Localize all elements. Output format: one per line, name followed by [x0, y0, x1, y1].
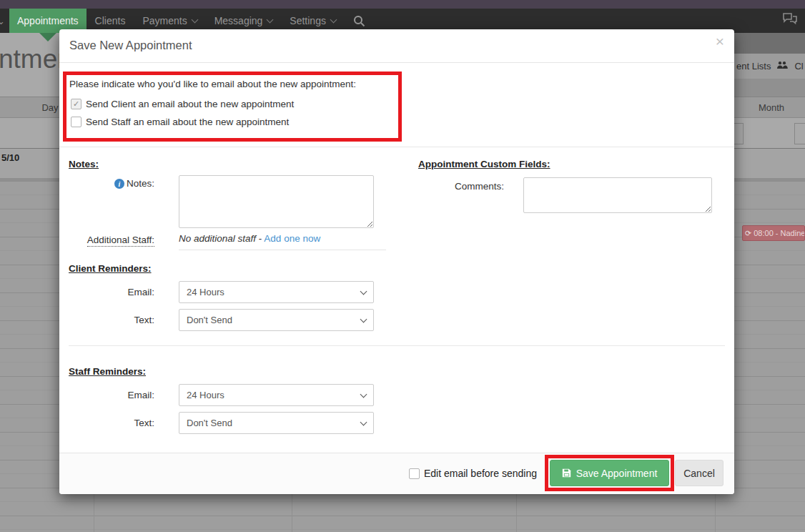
staff-text-reminder-select[interactable]: Don't Send — [179, 412, 374, 434]
background-toolbar: ent Lists Cl — [734, 54, 805, 79]
section-divider — [59, 147, 734, 147]
staff-email-reminder-select[interactable]: 24 Hours — [179, 384, 374, 406]
additional-staff-label: Additional Staff: — [59, 235, 154, 245]
toolbar-text-fragment: ent Lists — [736, 61, 771, 72]
chevron-down-icon: ⌄ — [0, 16, 7, 26]
nav-item-label: Settings — [290, 15, 326, 26]
toolbar-text-fragment-2: Cl — [794, 61, 803, 72]
appointment-chip: ⟳ 08:00 - Nadine — [742, 225, 805, 241]
staff-text-label: Text: — [59, 418, 154, 428]
appointment-chip-label: 08:00 - Nadine — [754, 229, 805, 237]
edit-email-label: Edit email before sending — [424, 468, 537, 479]
tab-month: Month — [738, 97, 805, 117]
background-band — [734, 33, 805, 54]
send-staff-email-label: Send Staff an email about the new appoin… — [86, 117, 289, 127]
chevron-down-icon — [360, 418, 367, 425]
custom-fields-heading: Appointment Custom Fields: — [418, 159, 550, 169]
active-tab-pointer — [39, 33, 56, 41]
caret-down-icon — [267, 16, 274, 23]
caret-down-icon — [330, 16, 337, 23]
close-icon[interactable]: × — [716, 34, 724, 49]
save-appointment-button[interactable]: Save Appointment — [550, 460, 669, 486]
section-divider — [69, 345, 725, 346]
top-strip — [0, 0, 805, 9]
add-one-now-link[interactable]: Add one now — [264, 233, 320, 244]
client-email-label: Email: — [59, 287, 154, 297]
people-icon — [776, 61, 789, 72]
send-client-email-checkbox[interactable]: ✓ — [71, 99, 82, 109]
floppy-disk-icon — [562, 468, 571, 478]
background-band-2 — [734, 79, 805, 97]
chat-icon[interactable] — [782, 12, 798, 29]
email-prompt-heading: Please indicate who you'd like to email … — [69, 79, 356, 89]
select-value: 24 Hours — [187, 390, 224, 400]
comments-label: Comments: — [395, 181, 504, 192]
modal-title: Save New Appointment — [69, 39, 192, 52]
select-value: Don't Send — [187, 315, 232, 325]
app-window: ntments ent Lists Cl Day Month 5/10 ⟳ 08… — [0, 0, 805, 532]
recurring-icon: ⟳ — [745, 229, 751, 238]
chevron-down-icon — [360, 390, 367, 398]
send-staff-email-checkbox[interactable] — [71, 117, 82, 127]
date-label: 5/10 — [1, 152, 19, 163]
select-value: 24 Hours — [187, 287, 224, 297]
modal-header: Save New Appointment × — [59, 29, 734, 63]
staff-email-label: Email: — [59, 390, 154, 400]
client-text-reminder-select[interactable]: Don't Send — [179, 309, 374, 331]
separator: - — [259, 233, 262, 244]
send-client-email-label: Send Client an email about the new appoi… — [86, 99, 294, 109]
client-reminders-heading: Client Reminders: — [69, 263, 152, 274]
background-input-box-2 — [794, 123, 805, 144]
nav-item-label: Messaging — [214, 15, 263, 26]
select-value: Don't Send — [187, 418, 232, 428]
cancel-button[interactable]: Cancel — [675, 460, 723, 486]
caret-down-icon — [191, 16, 198, 23]
additional-staff-row: No additional staff - Add one now — [179, 233, 386, 250]
send-staff-email-option: Send Staff an email about the new appoin… — [71, 117, 289, 127]
nav-item-label: Payments — [142, 15, 187, 26]
save-button-label: Save Appointment — [576, 468, 658, 479]
notes-label: Notes: — [59, 178, 154, 189]
client-text-label: Text: — [59, 315, 154, 325]
chevron-down-icon — [360, 315, 367, 322]
client-email-reminder-select[interactable]: 24 Hours — [179, 281, 374, 303]
save-new-appointment-modal: Save New Appointment × Please indicate w… — [59, 29, 734, 494]
comments-textarea[interactable] — [523, 177, 712, 213]
notes-textarea[interactable] — [179, 175, 374, 228]
no-additional-staff-text: No additional staff — [179, 233, 256, 244]
send-client-email-option: ✓ Send Client an email about the new app… — [71, 99, 294, 109]
chevron-down-icon — [360, 287, 367, 295]
search-icon[interactable] — [353, 15, 365, 27]
edit-email-checkbox[interactable] — [409, 468, 420, 479]
staff-reminders-heading: Staff Reminders: — [69, 366, 146, 377]
notes-section-heading: Notes: — [69, 159, 99, 169]
